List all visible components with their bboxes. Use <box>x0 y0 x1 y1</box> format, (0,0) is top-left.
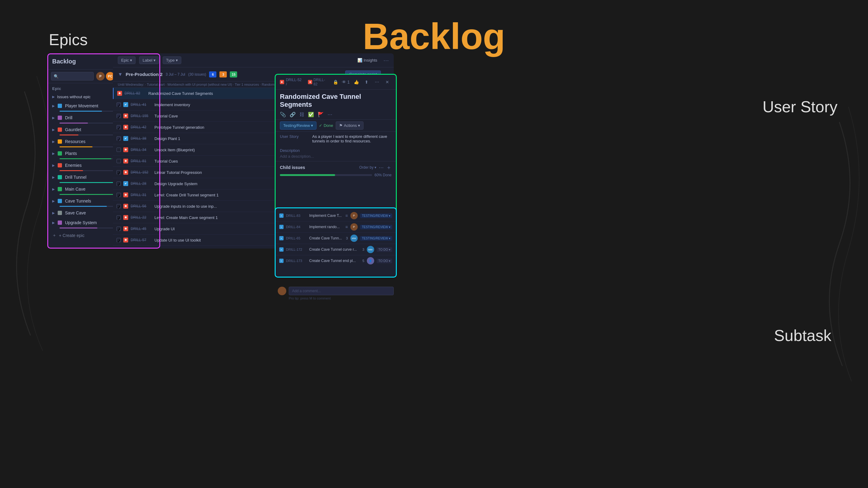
issue-checkbox[interactable] <box>117 148 121 152</box>
epic-progress-bar <box>60 170 83 171</box>
epic-color-dot <box>58 151 62 156</box>
subtask-row[interactable]: ▪ DRILL-84 Implement rando... ≡ P TESTIN… <box>276 221 396 233</box>
lock-icon[interactable]: 🔒 <box>331 78 340 86</box>
type-filter-btn[interactable]: Type ▾ <box>163 57 181 64</box>
more-options-icon[interactable]: ⋯ <box>383 57 389 64</box>
more-child-options-icon[interactable]: ⋯ <box>379 165 384 170</box>
subtask-key: DRILL-172 <box>286 248 307 251</box>
issue-checkbox[interactable]: ✓ <box>117 204 121 208</box>
issue-checkbox[interactable]: ✓ <box>117 170 121 174</box>
subtask-key: DRILL-84 <box>286 225 307 229</box>
epic-filter-btn[interactable]: Epic ▾ <box>118 57 135 64</box>
issue-checkbox[interactable]: ✓ <box>117 193 121 197</box>
issue-checkbox[interactable]: ✓ <box>117 114 121 118</box>
issue-type-icon: ✱ <box>123 226 128 231</box>
epic-color-dot <box>58 199 62 203</box>
card-breadcrumb-row: ✱ DRILL-52 / <box>280 78 303 86</box>
epic-progress-bar <box>60 206 107 207</box>
epic-color-dot <box>58 139 62 144</box>
more-actions-icon[interactable]: ⋯ <box>328 111 332 118</box>
subtask-row[interactable]: ▪ DRILL-172 Create Cave Tunnel curve r..… <box>276 244 396 255</box>
user-story-field-value: As a player I want to explore different … <box>312 134 392 143</box>
subtask-points: 5 <box>363 259 364 263</box>
subtask-row[interactable]: ▪ DRILL-65 Create Cave Tunn... 3 MW TEST… <box>276 233 396 244</box>
more-options-icon[interactable]: ⋯ <box>373 78 381 86</box>
subtask-name: Create Cave Tunn... <box>309 236 344 240</box>
equals-icon: ≡ <box>345 213 348 218</box>
commenter-avatar <box>278 287 286 295</box>
add-child-icon[interactable]: ＋ <box>386 164 392 171</box>
subtask-name: Create Cave Tunnel end pl... <box>309 259 360 263</box>
subtask-row[interactable]: ▪ DRILL-83 Implement Cave T... ≡ P TESTI… <box>276 210 396 221</box>
issue-name: Upgrade inputs in code to use inp... <box>154 204 295 208</box>
epic-progress-bar <box>60 111 102 111</box>
issue-key: DRILL-155 <box>131 114 152 118</box>
issue-name: Unlock Item (Blueprint) <box>154 148 293 152</box>
sidebar-title: Backlog <box>52 58 76 65</box>
issue-checkbox[interactable]: ✓ <box>117 215 121 220</box>
thumbs-up-icon[interactable]: 👍 <box>352 78 361 86</box>
child-issues-section: Child issues Order by ▾ ⋯ ＋ 60% Done <box>276 161 396 182</box>
issue-key: DRILL-22 <box>131 215 152 220</box>
issue-type-icon: ✱ <box>123 237 128 242</box>
comment-input[interactable]: Add a comment... <box>289 287 394 295</box>
subtask-status[interactable]: TESTING/REVIEW ▾ <box>360 214 392 218</box>
issue-key: DRILL-45 <box>131 227 152 231</box>
flag-icon[interactable]: 🚩 <box>318 111 324 118</box>
issue-checkbox[interactable]: ✓ <box>117 102 121 107</box>
issue-key-badge: DRILL-82 <box>313 78 329 86</box>
actions-btn[interactable]: ⚑ Actions ▾ <box>336 121 364 130</box>
issue-type-icon: ✱ <box>123 170 128 175</box>
epic-color-dot <box>58 116 62 120</box>
flag-small-icon: ⚑ <box>339 123 343 128</box>
issue-type-icon: ✱ <box>123 147 128 152</box>
share-icon[interactable]: ⬆ <box>362 78 371 86</box>
subtask-type-icon: ▪ <box>279 214 283 218</box>
epic-color-dot <box>58 104 62 108</box>
assignee-avatar: MW <box>367 246 374 253</box>
issue-key: DRILL-82 <box>125 91 146 95</box>
subtask-status[interactable]: TESTING/REVIEW ▾ <box>360 225 392 229</box>
progress-bar-row: 60% Done <box>280 173 392 177</box>
issue-key: DRILL-42 <box>131 125 152 129</box>
subtask-status[interactable]: TESTING/REVIEW ▾ <box>360 236 392 241</box>
epic-progress-bar <box>60 123 88 124</box>
issue-checkbox[interactable]: ✓ <box>117 238 121 242</box>
equals-icon: ≡ <box>345 225 348 229</box>
epic-color-dot <box>58 187 62 191</box>
card-actions-row: 🔒 👁 1 👍 ⬆ ⋯ ✕ <box>331 78 392 86</box>
desc-placeholder[interactable]: Add a description... <box>280 154 392 159</box>
comment-hint: Pro tip: press M to comment <box>278 296 394 300</box>
issue-checkbox[interactable]: ✓ <box>117 125 121 129</box>
status-dropdown[interactable]: Testing/Review ▾ <box>280 121 316 130</box>
card-header: ✱ DRILL-52 / ✱ DRILL-82 🔒 👁 1 👍 ⬆ ⋯ ✕ <box>276 75 396 90</box>
subtask-status[interactable]: TO DO ▾ <box>377 247 392 252</box>
paperclip-icon[interactable]: 📎 <box>280 111 286 118</box>
subtask-points: 3 <box>346 236 348 240</box>
insights-btn[interactable]: 📊 Insights <box>358 58 377 63</box>
issue-checkbox[interactable]: ✓ <box>117 182 121 186</box>
issue-checkbox[interactable]: ✓ <box>117 227 121 231</box>
issue-type-icon: ✔ <box>123 136 128 141</box>
avatar-1: P <box>96 72 105 80</box>
search-input[interactable]: 🔍 <box>51 72 94 80</box>
label-filter-btn[interactable]: Label ▾ <box>139 57 159 64</box>
close-icon[interactable]: ✕ <box>383 78 392 86</box>
issue-name: Upgrade UI <box>154 227 293 231</box>
sprint-chevron-icon[interactable]: ▼ <box>118 72 123 77</box>
issue-type-icon: ✱ <box>123 125 128 130</box>
issue-checkbox[interactable] <box>117 159 121 163</box>
checklist-icon[interactable]: ✅ <box>308 111 314 118</box>
issue-type-icon-small: ✱ <box>280 80 284 84</box>
issue-key: DRILL-56 <box>131 204 152 208</box>
desc-label: Description <box>280 148 392 153</box>
eye-icon[interactable]: 👁 1 <box>342 78 350 86</box>
progress-pct-label: 60% Done <box>374 173 392 177</box>
issue-checkbox[interactable]: ✓ <box>117 136 121 140</box>
subtask-status[interactable]: TO DO ▾ <box>377 259 392 263</box>
link-icon[interactable]: 🔗 <box>290 111 296 118</box>
chevron-icon: ▶ <box>52 187 55 191</box>
subtask-row[interactable]: ▪ DRILL-173 Create Cave Tunnel end pl...… <box>276 255 396 266</box>
chain-icon[interactable]: ⛓ <box>300 112 304 118</box>
order-by-label[interactable]: Order by ▾ <box>359 165 376 170</box>
